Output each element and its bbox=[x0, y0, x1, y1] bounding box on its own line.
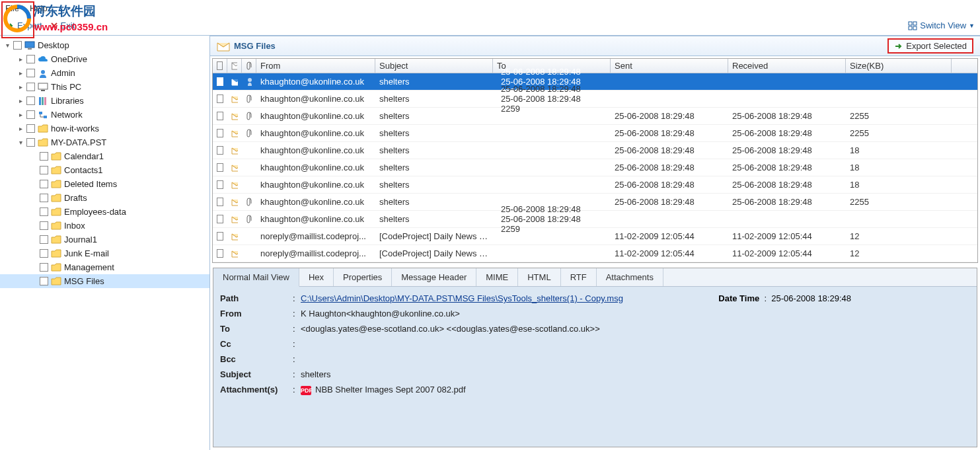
tab-properties[interactable]: Properties bbox=[334, 268, 392, 286]
tree-checkbox[interactable] bbox=[40, 235, 48, 244]
row-checkbox[interactable] bbox=[213, 77, 227, 86]
th-mail-icon[interactable] bbox=[227, 59, 242, 73]
tree-checkbox[interactable] bbox=[40, 152, 48, 161]
folder-tree[interactable]: ▾Desktop▸OneDrive▸Admin▸This PC▸Librarie… bbox=[0, 36, 210, 450]
tree-checkbox[interactable] bbox=[40, 207, 48, 216]
row-checkbox[interactable] bbox=[213, 198, 227, 206]
tree-checkbox[interactable] bbox=[26, 124, 35, 133]
tree-checkbox[interactable] bbox=[26, 69, 35, 77]
row-checkbox[interactable] bbox=[213, 232, 227, 241]
tree-checkbox[interactable] bbox=[26, 96, 35, 105]
tree-toggle-icon[interactable]: ▾ bbox=[16, 138, 25, 147]
tree-toggle-icon[interactable] bbox=[29, 194, 38, 203]
tab-message-header[interactable]: Message Header bbox=[392, 268, 476, 286]
table-row[interactable]: khaughton@ukonline.co.ukshelters25-06-20… bbox=[213, 176, 977, 194]
table-row[interactable]: khaughton@ukonline.co.ukshelters25-06-20… bbox=[213, 142, 977, 159]
tree-checkbox[interactable] bbox=[26, 110, 35, 119]
tree-toggle-icon[interactable]: ▸ bbox=[16, 69, 25, 78]
tree-checkbox[interactable] bbox=[26, 83, 35, 91]
tree-toggle-icon[interactable]: ▸ bbox=[16, 96, 25, 106]
table-row[interactable]: noreply@maillist.codeproj...[CodeProject… bbox=[213, 245, 977, 262]
pv-att-value[interactable]: PDFNBB Shelter Images Sept 2007 082.pdf bbox=[301, 385, 466, 395]
row-checkbox[interactable] bbox=[213, 112, 227, 120]
row-checkbox[interactable] bbox=[213, 129, 227, 137]
tree-node-how-it-works[interactable]: ▸how-it-works bbox=[0, 122, 209, 135]
row-checkbox[interactable] bbox=[213, 215, 227, 223]
tree-toggle-icon[interactable] bbox=[29, 221, 38, 231]
switch-view-button[interactable]: Switch View ▼ bbox=[908, 20, 975, 30]
exit-button[interactable]: Exit bbox=[50, 20, 75, 30]
tree-node-calendar1[interactable]: Calendar1 bbox=[0, 149, 209, 163]
tree-toggle-icon[interactable]: ▸ bbox=[16, 110, 25, 120]
tree-checkbox[interactable] bbox=[40, 194, 48, 202]
tree-toggle-icon[interactable]: ▸ bbox=[16, 83, 25, 92]
tree-checkbox[interactable] bbox=[40, 263, 48, 272]
tree-node-network[interactable]: ▸Network bbox=[0, 108, 209, 122]
row-checkbox[interactable] bbox=[213, 249, 227, 258]
tree-toggle-icon[interactable] bbox=[29, 235, 38, 244]
th-from[interactable]: From bbox=[256, 59, 375, 73]
tree-toggle-icon[interactable]: ▸ bbox=[16, 124, 25, 133]
tree-checkbox[interactable] bbox=[40, 166, 48, 174]
tree-node-deleted-items[interactable]: Deleted Items bbox=[0, 177, 209, 191]
tree-toggle-icon[interactable] bbox=[29, 277, 38, 286]
row-checkbox[interactable] bbox=[213, 180, 227, 189]
pv-from-label: From bbox=[220, 309, 293, 319]
pv-path-value[interactable]: C:\Users\Admin\Desktop\MY-DATA.PST\MSG F… bbox=[301, 293, 623, 303]
table-row[interactable]: khaughton@ukonline.co.ukshelters25-06-20… bbox=[213, 125, 977, 142]
tree-node-contacts1[interactable]: Contacts1 bbox=[0, 163, 209, 177]
table-row[interactable]: khaughton@ukonline.co.ukshelters25-06-20… bbox=[213, 159, 977, 176]
tree-node-my-data-pst[interactable]: ▾MY-DATA.PST bbox=[0, 135, 209, 149]
th-received[interactable]: Received bbox=[728, 59, 846, 73]
folder-icon bbox=[51, 248, 61, 259]
cell-subject: shelters bbox=[375, 163, 493, 172]
tree-checkbox[interactable] bbox=[40, 249, 48, 258]
tab-html[interactable]: HTML bbox=[518, 268, 560, 286]
tab-normal-mail-view[interactable]: Normal Mail View bbox=[213, 268, 299, 287]
row-checkbox[interactable] bbox=[213, 146, 227, 155]
tree-checkbox[interactable] bbox=[13, 41, 22, 50]
tree-toggle-icon[interactable] bbox=[29, 263, 38, 272]
row-checkbox[interactable] bbox=[213, 94, 227, 103]
tree-toggle-icon[interactable] bbox=[29, 249, 38, 258]
th-subject[interactable]: Subject bbox=[375, 59, 493, 73]
th-attachment-icon[interactable] bbox=[242, 59, 256, 73]
tree-checkbox[interactable] bbox=[26, 138, 35, 147]
tree-node-onedrive[interactable]: ▸OneDrive bbox=[0, 52, 209, 66]
tab-attachments[interactable]: Attachments bbox=[597, 268, 663, 286]
tree-node-desktop[interactable]: ▾Desktop bbox=[0, 38, 209, 52]
table-row[interactable]: khaughton@ukonline.co.ukshelters25-06-20… bbox=[213, 211, 977, 228]
cell-size: 2255 bbox=[846, 197, 952, 207]
row-checkbox[interactable] bbox=[213, 163, 227, 172]
th-check[interactable] bbox=[213, 59, 227, 73]
tree-node-management[interactable]: Management bbox=[0, 260, 209, 274]
tree-node-this-pc[interactable]: ▸This PC bbox=[0, 80, 209, 94]
tree-node-junk-e-mail[interactable]: Junk E-mail bbox=[0, 246, 209, 260]
tree-node-employees-data[interactable]: Employees-data bbox=[0, 205, 209, 219]
tree-toggle-icon[interactable] bbox=[29, 180, 38, 189]
tree-node-msg-files[interactable]: MSG Files bbox=[0, 274, 209, 288]
tree-checkbox[interactable] bbox=[26, 55, 35, 63]
th-sent[interactable]: Sent bbox=[611, 59, 728, 73]
export-selected-button[interactable]: Export Selected bbox=[887, 38, 973, 54]
tree-label: Journal1 bbox=[64, 235, 97, 244]
tree-checkbox[interactable] bbox=[40, 221, 48, 230]
tree-toggle-icon[interactable]: ▾ bbox=[3, 41, 12, 50]
tree-checkbox[interactable] bbox=[40, 277, 48, 285]
tree-toggle-icon[interactable] bbox=[29, 152, 38, 161]
tree-node-drafts[interactable]: Drafts bbox=[0, 191, 209, 205]
tab-rtf[interactable]: RTF bbox=[561, 268, 597, 286]
tree-node-journal1[interactable]: Journal1 bbox=[0, 233, 209, 246]
th-size[interactable]: Size(KB) bbox=[846, 59, 952, 73]
tree-node-inbox[interactable]: Inbox bbox=[0, 219, 209, 233]
tree-toggle-icon[interactable] bbox=[29, 207, 38, 217]
tab-mime[interactable]: MIME bbox=[476, 268, 518, 286]
tree-toggle-icon[interactable]: ▸ bbox=[16, 55, 25, 64]
tree-toggle-icon[interactable] bbox=[29, 166, 38, 175]
cell-received: 25-06-2008 18:29:48 bbox=[728, 145, 846, 155]
tree-node-libraries[interactable]: ▸Libraries bbox=[0, 94, 209, 108]
table-row[interactable]: khaughton@ukonline.co.ukshelters25-06-20… bbox=[213, 91, 977, 108]
tree-node-admin[interactable]: ▸Admin bbox=[0, 66, 209, 80]
tab-hex[interactable]: Hex bbox=[299, 268, 334, 286]
tree-checkbox[interactable] bbox=[40, 180, 48, 188]
